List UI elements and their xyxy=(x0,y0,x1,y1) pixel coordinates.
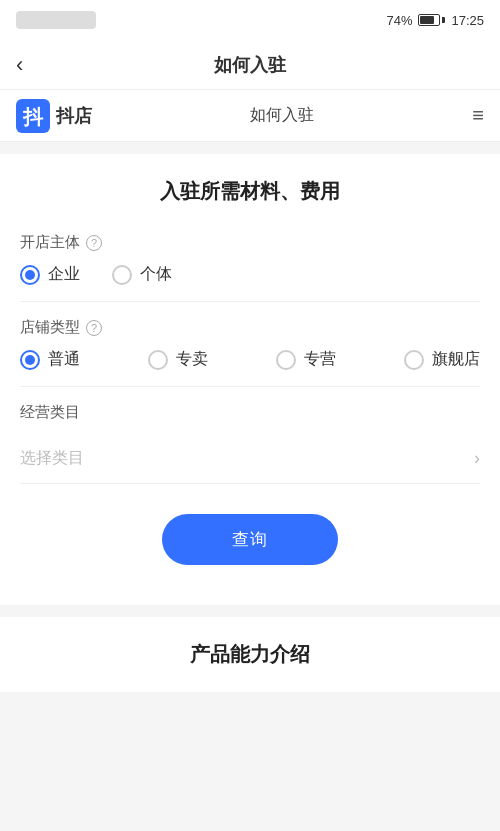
business-category-section: 经营类目 选择类目 › xyxy=(20,403,480,484)
brand-logo-group: 抖 抖店 xyxy=(16,99,92,133)
radio-flagship-circle xyxy=(404,350,424,370)
back-button[interactable]: ‹ xyxy=(16,54,23,76)
brand-name: 抖店 xyxy=(56,104,92,128)
shop-owner-help-icon[interactable]: ? xyxy=(86,235,102,251)
shop-owner-label: 开店主体 xyxy=(20,233,80,252)
radio-exclusive[interactable]: 专卖 xyxy=(148,349,208,370)
nav-bar: ‹ 如何入驻 xyxy=(0,40,500,90)
bottom-section: 产品能力介绍 xyxy=(0,617,500,692)
radio-individual-circle xyxy=(112,265,132,285)
query-button[interactable]: 查询 xyxy=(162,514,338,565)
category-placeholder: 选择类目 xyxy=(20,448,84,469)
category-label-row: 经营类目 xyxy=(20,403,480,422)
shop-type-section: 店铺类型 ? 普通 专卖 专营 旗舰店 xyxy=(20,318,480,370)
shop-type-label-row: 店铺类型 ? xyxy=(20,318,480,337)
shop-type-help-icon[interactable]: ? xyxy=(86,320,102,336)
shop-type-radio-group: 普通 专卖 专营 旗舰店 xyxy=(20,349,480,370)
battery-percentage: 74% xyxy=(386,13,412,28)
radio-exclusive-circle xyxy=(148,350,168,370)
section-title: 入驻所需材料、费用 xyxy=(20,178,480,205)
status-bar: 74% 17:25 xyxy=(0,0,500,40)
divider-1 xyxy=(20,301,480,302)
category-selector[interactable]: 选择类目 › xyxy=(20,434,480,484)
svg-text:抖: 抖 xyxy=(22,106,44,128)
radio-flagship[interactable]: 旗舰店 xyxy=(404,349,480,370)
radio-normal-circle xyxy=(20,350,40,370)
brand-logo-icon: 抖 xyxy=(16,99,50,133)
brand-bar: 抖 抖店 如何入驻 ≡ xyxy=(0,90,500,142)
product-intro-title: 产品能力介绍 xyxy=(20,641,480,668)
radio-specialty-label: 专营 xyxy=(304,349,336,370)
battery-icon xyxy=(418,14,445,26)
main-card: 入驻所需材料、费用 开店主体 ? 企业 个体 店铺类型 ? xyxy=(0,154,500,605)
radio-enterprise-label: 企业 xyxy=(48,264,80,285)
status-bar-logo xyxy=(16,11,96,29)
nav-title: 如何入驻 xyxy=(214,53,286,77)
radio-specialty[interactable]: 专营 xyxy=(276,349,336,370)
time-display: 17:25 xyxy=(451,13,484,28)
radio-flagship-label: 旗舰店 xyxy=(432,349,480,370)
brand-subtitle: 如何入驻 xyxy=(250,105,314,126)
radio-normal-label: 普通 xyxy=(48,349,80,370)
chevron-right-icon: › xyxy=(474,448,480,469)
shop-type-label: 店铺类型 xyxy=(20,318,80,337)
radio-individual[interactable]: 个体 xyxy=(112,264,172,285)
divider-2 xyxy=(20,386,480,387)
query-button-wrap: 查询 xyxy=(20,514,480,565)
menu-icon[interactable]: ≡ xyxy=(472,104,484,127)
status-bar-info: 74% 17:25 xyxy=(386,13,484,28)
shop-owner-section: 开店主体 ? 企业 个体 xyxy=(20,233,480,285)
radio-enterprise[interactable]: 企业 xyxy=(20,264,80,285)
shop-owner-label-row: 开店主体 ? xyxy=(20,233,480,252)
radio-individual-label: 个体 xyxy=(140,264,172,285)
shop-owner-radio-group: 企业 个体 xyxy=(20,264,480,285)
category-label: 经营类目 xyxy=(20,403,80,422)
radio-specialty-circle xyxy=(276,350,296,370)
radio-enterprise-circle xyxy=(20,265,40,285)
radio-normal[interactable]: 普通 xyxy=(20,349,80,370)
radio-exclusive-label: 专卖 xyxy=(176,349,208,370)
